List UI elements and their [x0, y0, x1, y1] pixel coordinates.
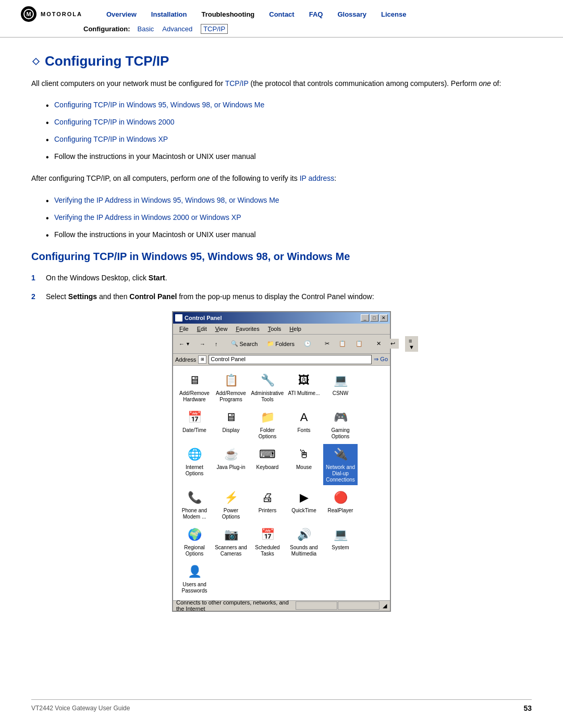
bullet-list-2: Verifying the IP Address in Windows 95, …: [47, 195, 532, 240]
icon-label: Folder Options: [251, 427, 284, 440]
cp-icon-datetime[interactable]: 📅Date/Time: [177, 407, 212, 442]
views-button[interactable]: ≡ ▼: [405, 336, 418, 352]
status-bar: Connects to other computers, networks, a…: [173, 600, 390, 611]
folders-button[interactable]: 📁 Folders: [263, 339, 298, 349]
icon-image: 🖨: [259, 489, 276, 506]
icon-label: System: [332, 545, 349, 551]
tcpip-link-intro[interactable]: TCP/IP: [225, 79, 249, 88]
icon-image: 🔌: [332, 446, 349, 463]
step-1: 1 On the Windows Desktop, click Start.: [31, 272, 532, 283]
icon-image: 🔴: [332, 489, 349, 506]
intro-paragraph: All client computers on your network mus…: [31, 78, 532, 89]
cp-icon-display[interactable]: 🖥Display: [214, 407, 248, 442]
nav-installation[interactable]: Installation: [151, 10, 187, 18]
control-panel-screenshot: ⊞ Control Panel _ □ ✕ File Edit View Fav…: [172, 311, 391, 612]
list-item: Follow the instructions in your Macintos…: [47, 151, 532, 162]
link-winxp[interactable]: Configuring TCP/IP in Windows XP: [54, 135, 168, 143]
menu-file[interactable]: File: [175, 325, 193, 333]
cp-icon-fonts[interactable]: AFonts: [287, 407, 321, 442]
cp-icon-scheduled-tasks[interactable]: 📅Scheduled Tasks: [250, 524, 285, 559]
icon-label: Scheduled Tasks: [251, 545, 284, 557]
link-win2000[interactable]: Configuring TCP/IP in Windows 2000: [54, 118, 175, 126]
cp-icon-addremove-hardware[interactable]: 🖥Add/Remove Hardware: [177, 370, 212, 405]
address-field[interactable]: Control Panel: [209, 355, 372, 364]
menu-favorites[interactable]: Favorites: [231, 325, 263, 333]
address-label: Address: [175, 356, 196, 363]
cp-icon-mouse[interactable]: 🖱Mouse: [287, 444, 321, 485]
resize-handle: ◢: [380, 602, 387, 609]
maximize-button[interactable]: □: [370, 314, 378, 322]
cp-icon-regional-options[interactable]: 🌍Regional Options: [177, 524, 212, 559]
cp-icon-keyboard[interactable]: ⌨Keyboard: [250, 444, 285, 485]
intro-text-2: (the protocol that controls communicatio…: [249, 79, 479, 88]
cp-icon-system[interactable]: 💻System: [323, 524, 358, 559]
icon-label: Administrative Tools: [251, 390, 284, 403]
cp-icon-network-and-dial-up-connections[interactable]: 🔌Network and Dial-up Connections: [323, 444, 358, 485]
minimize-button[interactable]: _: [361, 314, 369, 322]
cut-button[interactable]: ✂: [321, 339, 333, 349]
list-item: Configuring TCP/IP in Windows 2000: [47, 117, 532, 128]
sub-nav-advanced[interactable]: Advanced: [162, 25, 192, 33]
close-button[interactable]: ✕: [380, 314, 388, 322]
body-text-pre: After configuring TCP/IP, on all compute…: [31, 174, 198, 182]
icon-image: 🌐: [186, 446, 203, 463]
page-footer: VT2442 Voice Gateway User Guide 53: [31, 699, 532, 712]
cp-icon-realplayer[interactable]: 🔴RealPlayer: [323, 487, 358, 522]
cp-icon-power-options[interactable]: ⚡Power Options: [214, 487, 248, 522]
cp-icon-csnw[interactable]: 💻CSNW: [323, 370, 358, 405]
cp-icon-java-plug-in[interactable]: ☕Java Plug-in: [214, 444, 248, 485]
nav-contact[interactable]: Contact: [269, 10, 294, 18]
list-item: Configuring TCP/IP in Windows XP: [47, 134, 532, 145]
menu-view[interactable]: View: [211, 325, 232, 333]
cp-icon-gaming-options[interactable]: 🎮Gaming Options: [323, 407, 358, 442]
cp-icon-phone-and-modem-[interactable]: 📞Phone and Modem ...: [177, 487, 212, 522]
sub-nav-tcpip[interactable]: TCP/IP: [201, 24, 228, 34]
up-button[interactable]: ↑: [211, 339, 222, 349]
cp-icon-internet-options[interactable]: 🌐Internet Options: [177, 444, 212, 485]
menu-help[interactable]: Help: [285, 325, 305, 333]
step-1-text: On the Windows Desktop, click Start.: [46, 272, 167, 283]
paste-button[interactable]: 📋: [352, 339, 366, 349]
go-button[interactable]: ⇒ Go: [374, 356, 388, 363]
icon-image: ☕: [223, 446, 239, 463]
icon-label: RealPlayer: [328, 508, 353, 514]
cp-icon-folder-options[interactable]: 📁Folder Options: [250, 407, 285, 442]
back-button[interactable]: ← ▼: [175, 339, 194, 349]
sub-nav-basic[interactable]: Basic: [138, 25, 154, 33]
icon-image: 📋: [223, 372, 239, 389]
link-win95[interactable]: Configuring TCP/IP in Windows 95, Window…: [54, 101, 264, 109]
address-icon: ⊞: [198, 355, 206, 364]
menu-tools[interactable]: Tools: [264, 325, 286, 333]
icon-label: Gaming Options: [324, 427, 357, 440]
cp-icon-administrative-tools[interactable]: 🔧Administrative Tools: [250, 370, 285, 405]
cp-icon-sounds-and-multimedia[interactable]: 🔊Sounds and Multimedia: [287, 524, 321, 559]
cp-icon-scanners-and-cameras[interactable]: 📷Scanners and Cameras: [214, 524, 248, 559]
nav-license[interactable]: License: [381, 10, 406, 18]
nav-glossary[interactable]: Glossary: [337, 10, 366, 18]
menu-edit[interactable]: Edit: [193, 325, 211, 333]
footer-left: VT2442 Voice Gateway User Guide: [31, 705, 130, 712]
cp-icon-quicktime[interactable]: ▶QuickTime: [287, 487, 321, 522]
nav-faq[interactable]: FAQ: [309, 10, 323, 18]
icon-label: Add/Remove Hardware: [178, 390, 211, 403]
delete-button[interactable]: ✕: [373, 339, 385, 349]
copy-button[interactable]: 📋: [335, 339, 350, 349]
cp-icon-ati-multime[interactable]: 🖼ATI Multime...: [287, 370, 321, 405]
nav-overview[interactable]: Overview: [106, 10, 137, 18]
search-button[interactable]: 🔍 Search: [227, 339, 261, 349]
cp-icon-addremove-programs[interactable]: 📋Add/Remove Programs: [214, 370, 248, 405]
ip-address-link[interactable]: IP address: [300, 174, 335, 182]
link-verify-win2000xp[interactable]: Verifying the IP Address in Windows 2000…: [54, 213, 241, 221]
section-heading: Configuring TCP/IP in Windows 95, Window…: [31, 251, 532, 263]
bullet-text-mac2: Follow the instructions in your Macintos…: [54, 230, 256, 239]
undo-button[interactable]: ↩: [387, 339, 399, 349]
icon-image: 📅: [259, 526, 276, 543]
cp-icon-printers[interactable]: 🖨Printers: [250, 487, 285, 522]
link-verify-win95[interactable]: Verifying the IP Address in Windows 95, …: [54, 196, 279, 204]
cp-icon-users-and-passwords[interactable]: 👤Users and Passwords: [177, 561, 212, 596]
history-button[interactable]: 🕒: [300, 339, 315, 349]
body-em: one: [198, 174, 210, 182]
bullet-list-1: Configuring TCP/IP in Windows 95, Window…: [47, 100, 532, 162]
forward-button[interactable]: →: [196, 339, 209, 349]
nav-troubleshooting[interactable]: Troubleshooting: [201, 10, 254, 18]
